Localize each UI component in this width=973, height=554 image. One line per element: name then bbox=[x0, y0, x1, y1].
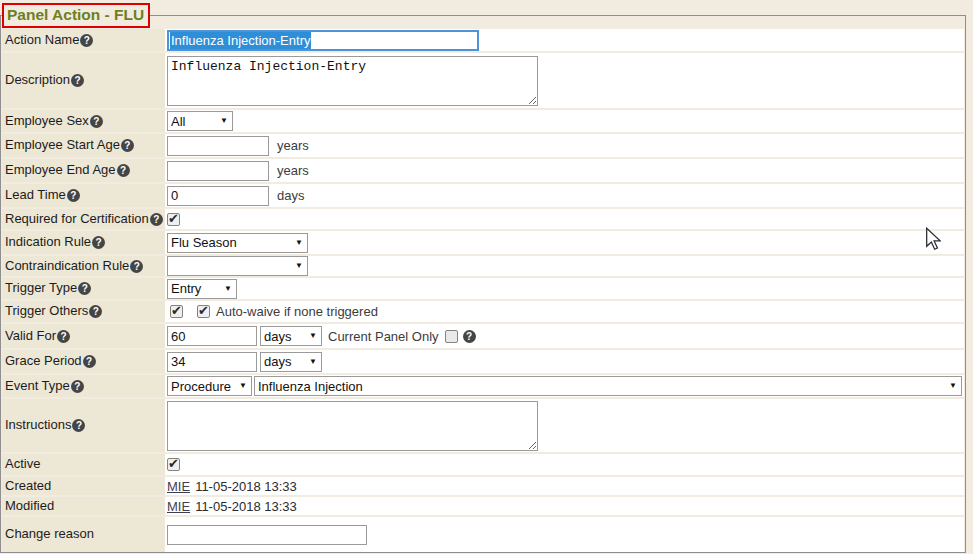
row-action-name: Action Name Influenza Injection-Entry bbox=[2, 29, 964, 51]
row-valid-for: Valid For days▼ Current Panel Only bbox=[2, 324, 964, 348]
required-for-certification-checkbox[interactable] bbox=[167, 213, 180, 226]
help-icon[interactable] bbox=[80, 34, 93, 47]
row-required-for-certification: Required for Certification bbox=[2, 209, 964, 229]
created-label: Created bbox=[5, 479, 51, 493]
lead-time-label: Lead Time bbox=[5, 188, 66, 202]
required-for-certification-label: Required for Certification bbox=[5, 212, 149, 226]
created-user-link[interactable]: MIE bbox=[167, 479, 190, 494]
help-icon[interactable] bbox=[90, 115, 103, 128]
help-icon[interactable] bbox=[78, 282, 91, 295]
row-contraindication-rule: Contraindication Rule ▼ bbox=[2, 256, 964, 276]
help-icon[interactable] bbox=[72, 419, 85, 432]
help-icon[interactable] bbox=[92, 236, 105, 249]
employee-end-age-input[interactable] bbox=[167, 161, 269, 181]
help-icon[interactable] bbox=[67, 189, 80, 202]
auto-waive-checkbox[interactable] bbox=[197, 305, 210, 318]
row-modified: Modified MIE 11-05-2018 13:33 bbox=[2, 497, 964, 515]
row-employee-end-age: Employee End Age years bbox=[2, 159, 964, 182]
panel-title: Panel Action - FLU bbox=[2, 3, 150, 28]
contraindication-rule-label: Contraindication Rule bbox=[5, 259, 129, 273]
row-employee-sex: Employee Sex All▼ bbox=[2, 110, 964, 132]
employee-end-age-label: Employee End Age bbox=[5, 163, 116, 177]
row-change-reason: Change reason bbox=[2, 517, 964, 552]
help-icon[interactable] bbox=[117, 164, 130, 177]
employee-start-age-label: Employee Start Age bbox=[5, 138, 120, 152]
row-event-type: Event Type Procedure▼ Influenza Injectio… bbox=[2, 375, 964, 397]
help-icon[interactable] bbox=[150, 213, 163, 226]
help-icon[interactable] bbox=[71, 74, 84, 87]
employee-end-age-unit: years bbox=[277, 163, 309, 178]
row-description: Description Influenza Injection-Entry bbox=[2, 53, 964, 108]
row-grace-period: Grace Period days▼ bbox=[2, 350, 964, 373]
help-icon[interactable] bbox=[71, 380, 84, 393]
action-name-selected-text: Influenza Injection-Entry bbox=[170, 32, 311, 49]
row-indication-rule: Indication Rule Flu Season▼ bbox=[2, 231, 964, 254]
valid-for-unit-select[interactable]: days bbox=[260, 326, 322, 346]
change-reason-input[interactable] bbox=[167, 525, 367, 545]
event-type-event-select[interactable]: Influenza Injection bbox=[254, 376, 962, 396]
modified-label: Modified bbox=[5, 499, 54, 513]
help-icon[interactable] bbox=[463, 330, 476, 343]
employee-sex-select[interactable]: All bbox=[167, 111, 233, 131]
current-panel-only-checkbox[interactable] bbox=[445, 330, 458, 343]
row-trigger-type: Trigger Type Entry▼ bbox=[2, 278, 964, 299]
modified-user-link[interactable]: MIE bbox=[167, 499, 190, 514]
row-created: Created MIE 11-05-2018 13:33 bbox=[2, 477, 964, 495]
row-active: Active bbox=[2, 454, 964, 475]
trigger-others-checkbox[interactable] bbox=[170, 305, 183, 318]
event-type-category-select[interactable]: Procedure bbox=[167, 376, 252, 396]
valid-for-label: Valid For bbox=[5, 329, 56, 343]
lead-time-unit: days bbox=[277, 188, 304, 203]
description-label: Description bbox=[5, 73, 70, 87]
grace-period-label: Grace Period bbox=[5, 354, 82, 368]
row-employee-start-age: Employee Start Age years bbox=[2, 134, 964, 157]
change-reason-label: Change reason bbox=[5, 527, 94, 541]
help-icon[interactable] bbox=[121, 139, 134, 152]
employee-sex-label: Employee Sex bbox=[5, 114, 89, 128]
trigger-others-label: Trigger Others bbox=[5, 304, 88, 318]
help-icon[interactable] bbox=[83, 355, 96, 368]
indication-rule-select[interactable]: Flu Season bbox=[167, 233, 308, 253]
modified-timestamp: 11-05-2018 13:33 bbox=[195, 499, 297, 514]
created-timestamp: 11-05-2018 13:33 bbox=[195, 479, 297, 494]
employee-start-age-input[interactable] bbox=[167, 136, 269, 156]
event-type-label: Event Type bbox=[5, 379, 70, 393]
trigger-type-select[interactable]: Entry bbox=[167, 279, 237, 299]
instructions-label: Instructions bbox=[5, 418, 71, 432]
grace-period-unit-select[interactable]: days bbox=[260, 352, 322, 372]
valid-for-input[interactable] bbox=[167, 326, 257, 346]
row-trigger-others: Trigger Others Auto-waive if none trigge… bbox=[2, 301, 964, 322]
help-icon[interactable] bbox=[130, 260, 143, 273]
active-label: Active bbox=[5, 457, 40, 471]
indication-rule-label: Indication Rule bbox=[5, 235, 91, 249]
employee-start-age-unit: years bbox=[277, 138, 309, 153]
help-icon[interactable] bbox=[57, 330, 70, 343]
grace-period-input[interactable] bbox=[167, 352, 257, 372]
auto-waive-label: Auto-waive if none triggered bbox=[216, 304, 378, 319]
help-icon[interactable] bbox=[89, 305, 102, 318]
row-lead-time: Lead Time days bbox=[2, 184, 964, 207]
trigger-type-label: Trigger Type bbox=[5, 281, 77, 295]
action-name-input[interactable]: Influenza Injection-Entry bbox=[167, 30, 479, 51]
lead-time-input[interactable] bbox=[167, 186, 269, 206]
active-checkbox[interactable] bbox=[167, 458, 180, 471]
description-textarea[interactable]: Influenza Injection-Entry bbox=[167, 56, 538, 106]
current-panel-only-label: Current Panel Only bbox=[328, 329, 439, 344]
action-name-label: Action Name bbox=[5, 33, 79, 47]
instructions-textarea[interactable] bbox=[167, 401, 538, 451]
row-instructions: Instructions bbox=[2, 399, 964, 452]
form-table: Action Name Influenza Injection-Entry De… bbox=[2, 29, 964, 552]
panel-action-fieldset: Panel Action - FLU Action Name Influenza… bbox=[0, 3, 966, 553]
contraindication-rule-select[interactable] bbox=[167, 256, 308, 276]
